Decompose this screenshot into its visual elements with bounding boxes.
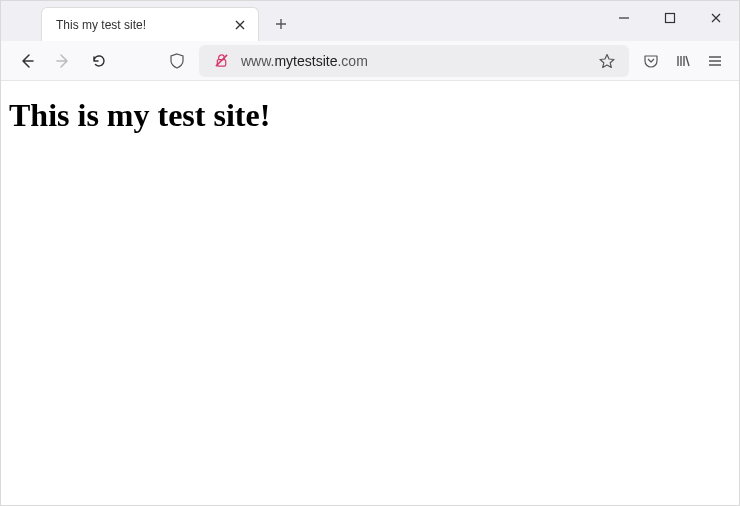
address-bar[interactable]: www.mytestsite.com [199, 45, 629, 77]
page-heading: This is my test site! [9, 97, 731, 134]
close-tab-icon[interactable] [232, 17, 248, 33]
menu-icon[interactable] [701, 47, 729, 75]
titlebar: This my test site! [1, 1, 739, 41]
new-tab-button[interactable] [267, 10, 295, 38]
pocket-icon[interactable] [637, 47, 665, 75]
library-icon[interactable] [669, 47, 697, 75]
url-suffix: .com [337, 53, 367, 69]
url-prefix: www. [241, 53, 274, 69]
page-content: This is my test site! [1, 81, 739, 506]
toolbar: www.mytestsite.com [1, 41, 739, 81]
close-window-button[interactable] [693, 1, 739, 35]
svg-rect-0 [666, 14, 675, 23]
url-domain: mytestsite [274, 53, 337, 69]
bookmark-star-icon[interactable] [593, 47, 621, 75]
maximize-button[interactable] [647, 1, 693, 35]
lock-insecure-icon[interactable] [207, 47, 235, 75]
minimize-button[interactable] [601, 1, 647, 35]
url-text[interactable]: www.mytestsite.com [241, 53, 587, 69]
browser-tab[interactable]: This my test site! [41, 7, 259, 41]
reload-button[interactable] [83, 45, 115, 77]
shield-icon[interactable] [163, 47, 191, 75]
back-button[interactable] [11, 45, 43, 77]
window-controls [601, 1, 739, 35]
forward-button[interactable] [47, 45, 79, 77]
tab-title: This my test site! [56, 18, 232, 32]
